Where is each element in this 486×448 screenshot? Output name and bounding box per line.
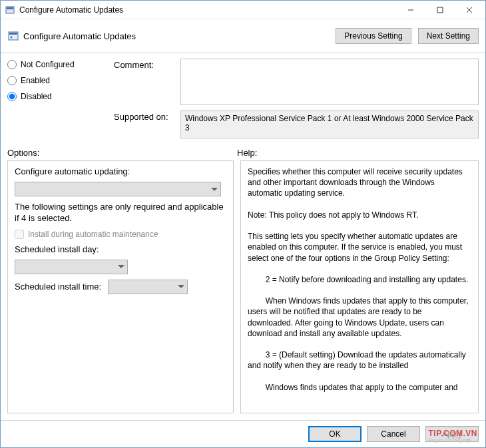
radio-not-configured-input[interactable] <box>7 60 17 69</box>
apply-button[interactable]: Apply <box>425 426 479 442</box>
comment-column: Comment: Supported on: Windows XP Profes… <box>114 59 479 138</box>
radio-disabled[interactable]: Disabled <box>7 92 114 101</box>
app-icon <box>5 5 15 15</box>
policy-icon <box>7 30 19 42</box>
svg-rect-1 <box>7 7 13 9</box>
install-maintenance-checkbox[interactable] <box>15 230 24 239</box>
chevron-down-icon <box>118 265 124 268</box>
cancel-button[interactable]: Cancel <box>367 426 420 442</box>
content-area: Configure Automatic Updates Previous Set… <box>1 19 485 420</box>
svg-rect-3 <box>437 7 443 13</box>
help-text[interactable]: Specifies whether this computer will rec… <box>248 166 471 407</box>
configure-updating-dropdown[interactable] <box>15 182 221 196</box>
radio-not-configured[interactable]: Not Configured <box>7 60 114 69</box>
scheduled-day-dropdown[interactable] <box>15 260 128 274</box>
window-title: Configure Automatic Updates <box>19 5 396 15</box>
minimize-button[interactable] <box>396 1 425 19</box>
previous-setting-button[interactable]: Previous Setting <box>336 28 411 44</box>
requirement-note: The following settings are only required… <box>15 202 226 224</box>
svg-rect-7 <box>9 33 17 35</box>
policy-header-row: Configure Automatic Updates Previous Set… <box>7 25 479 47</box>
ok-button[interactable]: OK <box>308 426 362 442</box>
options-panel: Configure automatic updating: The follow… <box>7 160 234 413</box>
policy-title: Configure Automatic Updates <box>23 31 329 41</box>
scheduled-time-row: Scheduled install time: <box>15 280 226 294</box>
radio-enabled-label: Enabled <box>21 76 50 85</box>
radio-enabled-input[interactable] <box>7 76 17 85</box>
install-maintenance-label: Install during automatic maintenance <box>28 230 158 239</box>
comment-textarea[interactable] <box>180 59 479 105</box>
close-button[interactable] <box>455 1 484 19</box>
state-row: Not Configured Enabled Disabled Comment: <box>7 59 479 138</box>
maximize-button[interactable] <box>425 1 455 19</box>
title-bar: Configure Automatic Updates <box>1 1 485 19</box>
comment-row: Comment: <box>114 59 479 105</box>
radio-disabled-input[interactable] <box>7 92 17 101</box>
next-setting-button[interactable]: Next Setting <box>418 28 479 44</box>
chevron-down-icon <box>211 188 218 191</box>
radio-disabled-label: Disabled <box>21 92 52 101</box>
scheduled-day-label: Scheduled install day: <box>15 244 226 254</box>
scheduled-time-label: Scheduled install time: <box>15 282 101 292</box>
radio-not-configured-label: Not Configured <box>21 60 75 69</box>
options-header: Options: <box>7 148 237 158</box>
dialog-window: Configure Automatic Updates Configure Au… <box>0 0 486 448</box>
help-header: Help: <box>237 148 479 158</box>
state-radio-group: Not Configured Enabled Disabled <box>7 59 114 138</box>
panels-row: Configure automatic updating: The follow… <box>7 160 479 413</box>
radio-enabled[interactable]: Enabled <box>7 76 114 85</box>
chevron-down-icon <box>178 285 184 288</box>
install-maintenance-checkbox-row[interactable]: Install during automatic maintenance <box>15 230 226 239</box>
configure-updating-label: Configure automatic updating: <box>15 166 226 176</box>
divider <box>1 53 485 53</box>
scheduled-time-dropdown[interactable] <box>108 280 188 294</box>
window-controls <box>396 1 484 19</box>
help-panel: Specifies whether this computer will rec… <box>240 160 479 413</box>
supported-label: Supported on: <box>114 111 180 122</box>
supported-on-box: Windows XP Professional Service Pack 1 o… <box>180 111 479 138</box>
svg-point-8 <box>11 37 13 39</box>
supported-row: Supported on: Windows XP Professional Se… <box>114 111 479 138</box>
section-headers: Options: Help: <box>7 148 479 158</box>
comment-label: Comment: <box>114 59 180 70</box>
dialog-footer: OK Cancel Apply <box>1 420 485 447</box>
